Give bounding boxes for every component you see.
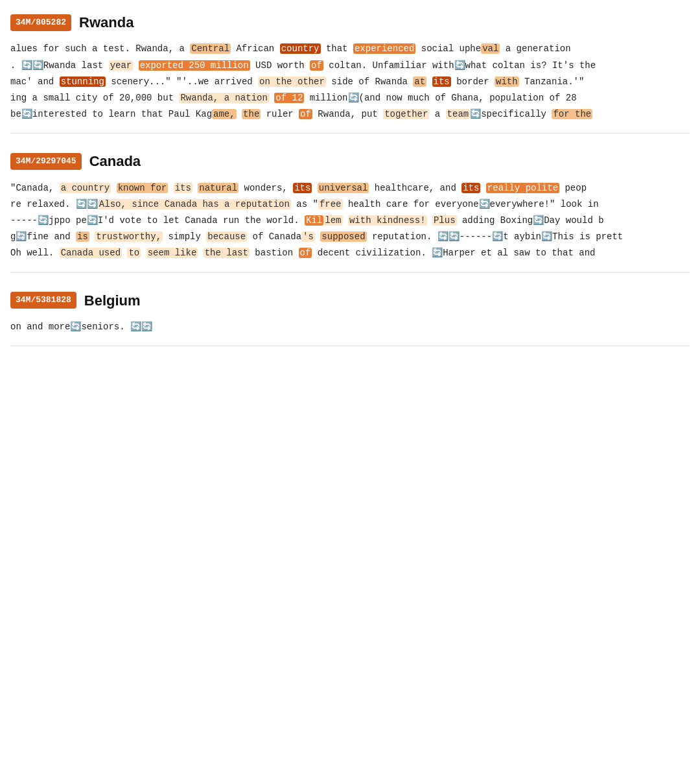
highlight: free — [318, 199, 343, 209]
highlight: because — [206, 231, 247, 242]
highlight: its — [432, 77, 451, 87]
highlight: universal — [318, 183, 369, 193]
highlight: experienced — [353, 43, 415, 54]
highlight: is — [76, 231, 89, 242]
section-header-belgium: 34M/5381828 Belgium — [10, 289, 690, 313]
highlight: its — [174, 183, 192, 193]
highlight: of — [299, 109, 312, 119]
highlight: Kil — [305, 215, 323, 226]
section-id-canada: 34M/29297045 — [10, 153, 82, 170]
highlight: at — [413, 77, 426, 87]
highlight: Rwanda, a nation — [179, 93, 268, 103]
highlight: Plus — [432, 215, 457, 226]
highlight: Also, since Canada has a reputation — [98, 199, 291, 209]
highlight: trustworthy, — [95, 231, 163, 242]
section-rwanda: 34M/805282 Rwanda alues for such a test.… — [10, 10, 690, 134]
highlight: with — [495, 77, 519, 87]
highlight: its — [461, 183, 480, 193]
section-title-belgium: Belgium — [84, 289, 141, 313]
highlight: together — [383, 109, 429, 119]
highlight: Canada used — [60, 248, 122, 258]
section-body-rwanda: alues for such a test. Rwanda, a Central… — [10, 41, 690, 123]
highlight: a country — [60, 183, 111, 193]
highlight: stunning — [60, 77, 106, 87]
highlight: on the other — [258, 77, 326, 87]
section-body-belgium: on and more🔄seniors. 🔄🔄 — [10, 319, 690, 335]
highlight: the last — [204, 248, 250, 258]
highlight: the — [242, 109, 261, 119]
highlight: really polite — [486, 183, 559, 193]
highlight: 's — [301, 231, 315, 242]
section-header-canada: 34M/29297045 Canada — [10, 149, 690, 173]
highlight: Central — [190, 43, 231, 54]
highlight: exported 250 million — [139, 60, 250, 71]
highlight: seem like — [146, 248, 198, 258]
highlight: lem — [323, 215, 342, 226]
section-body-canada: "Canada, a country known for its natural… — [10, 180, 690, 262]
section-header-rwanda: 34M/805282 Rwanda — [10, 10, 690, 34]
highlight: team — [446, 109, 471, 119]
section-title-canada: Canada — [89, 149, 141, 173]
highlight: val — [481, 43, 500, 54]
page-container: 34M/805282 Rwanda alues for such a test.… — [10, 10, 690, 346]
highlight: year — [109, 60, 134, 71]
highlight: of 12 — [274, 93, 304, 103]
highlight: known for — [117, 183, 169, 193]
highlight: natural — [198, 183, 239, 193]
highlight: its — [293, 183, 312, 193]
section-canada: 34M/29297045 Canada "Canada, a country k… — [10, 149, 690, 272]
highlight: country — [280, 43, 321, 54]
section-id-belgium: 34M/5381828 — [10, 292, 76, 309]
highlight: for the — [552, 109, 592, 119]
highlight: with kindness! — [348, 215, 427, 226]
highlight: to — [127, 248, 141, 258]
section-title-rwanda: Rwanda — [79, 10, 134, 34]
highlight: ame, — [212, 109, 237, 119]
highlight: supposed — [320, 231, 366, 242]
highlight: of — [299, 248, 312, 258]
highlight: of — [310, 60, 323, 71]
section-id-rwanda: 34M/805282 — [10, 14, 71, 31]
section-belgium: 34M/5381828 Belgium on and more🔄seniors.… — [10, 289, 690, 347]
